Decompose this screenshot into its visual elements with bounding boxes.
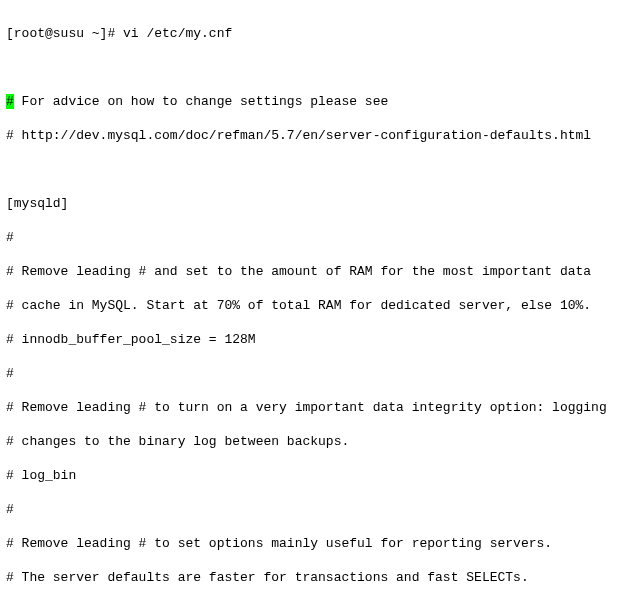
file-line: # log_bin bbox=[6, 467, 624, 484]
file-line: # Remove leading # and set to the amount… bbox=[6, 263, 624, 280]
file-line: # The server defaults are faster for tra… bbox=[6, 569, 624, 586]
blank-line bbox=[6, 59, 624, 76]
shell-prompt: [root@susu ~]# bbox=[6, 26, 123, 41]
file-line: # changes to the binary log between back… bbox=[6, 433, 624, 450]
file-line: # innodb_buffer_pool_size = 128M bbox=[6, 331, 624, 348]
shell-prompt-line: [root@susu ~]# vi /etc/my.cnf bbox=[6, 25, 624, 42]
file-line: # http://dev.mysql.com/doc/refman/5.7/en… bbox=[6, 127, 624, 144]
file-text: For advice on how to change settings ple… bbox=[14, 94, 388, 109]
file-line: # bbox=[6, 229, 624, 246]
terminal-output[interactable]: [root@susu ~]# vi /etc/my.cnf # For advi… bbox=[0, 0, 630, 590]
file-line: # cache in MySQL. Start at 70% of total … bbox=[6, 297, 624, 314]
file-line bbox=[6, 161, 624, 178]
file-line: [mysqld] bbox=[6, 195, 624, 212]
file-line: # Remove leading # to set options mainly… bbox=[6, 535, 624, 552]
shell-command: vi /etc/my.cnf bbox=[123, 26, 232, 41]
file-line: # Remove leading # to turn on a very imp… bbox=[6, 399, 624, 416]
cursor-highlight-hash: # bbox=[6, 94, 14, 109]
file-line: # bbox=[6, 365, 624, 382]
file-line: # bbox=[6, 501, 624, 518]
file-line: # For advice on how to change settings p… bbox=[6, 93, 624, 110]
